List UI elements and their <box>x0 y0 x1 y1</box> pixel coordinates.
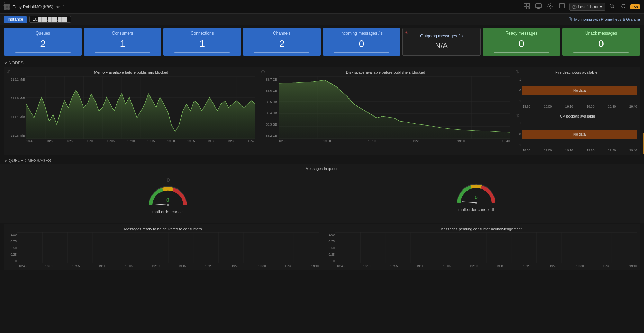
gauge-label-1: mall.order.cancel <box>152 210 184 214</box>
stat-card-incoming: Incoming messages / s 0 <box>323 28 400 56</box>
ready-x-5: 19:10 <box>152 264 160 268</box>
disk-x-0: 18:50 <box>279 139 287 143</box>
tcp-x-2: 19:10 <box>565 149 573 152</box>
queued-section-header[interactable]: ∨ QUEUED MESSAGES <box>0 156 644 164</box>
time-range-label: Last 1 hour <box>578 4 599 9</box>
memory-y-label-1: 111.6 MiB <box>11 96 25 100</box>
disk-y-5: 38.2 GB <box>266 134 277 137</box>
tv-icon[interactable] <box>534 2 543 12</box>
file-desc-info-icon[interactable]: ⓘ <box>516 70 519 74</box>
pending-y-0: 1.00 <box>328 233 335 237</box>
tcp-info-icon[interactable]: ⓘ <box>516 113 519 118</box>
ready-y-0: 1.00 <box>10 233 17 237</box>
ready-x-9: 19:30 <box>258 264 266 268</box>
nodes-label: NODES <box>9 61 24 65</box>
stat-value-connections: 1 <box>200 38 205 49</box>
share-icon[interactable]: ⤴ <box>63 4 65 9</box>
pending-x-11: 19:40 <box>629 264 637 268</box>
memory-info-icon[interactable]: ⓘ <box>7 70 10 74</box>
refresh-icon[interactable] <box>619 2 627 12</box>
disk-y-3: 38.4 GB <box>266 111 277 115</box>
fd-x-1: 19:00 <box>544 105 552 108</box>
monitoring-link[interactable]: Monitoring with Prometheus & Grafana <box>569 17 640 21</box>
svg-rect-1 <box>527 3 529 6</box>
memory-chart-title: Memory available before publishers block… <box>7 70 255 74</box>
stat-value-outgoing: N/A <box>435 41 448 50</box>
fd-y-1: 0 <box>519 89 521 92</box>
file-desc-chart-panel: ⓘ File descriptors available 1 0 -1 No d… <box>513 67 640 111</box>
disk-info-icon[interactable]: ⓘ <box>261 70 265 74</box>
tcp-x-1: 19:00 <box>544 149 552 152</box>
pending-x-8: 19:25 <box>550 264 557 268</box>
pending-info-icon[interactable]: ⓘ <box>3 2 6 7</box>
nodes-section-header[interactable]: ∨ NODES <box>0 58 644 66</box>
doc-icon <box>569 17 573 21</box>
nodes-charts-grid: ⓘ Memory available before publishers blo… <box>4 67 640 155</box>
stat-card-outgoing: Outgoing messages / s N/A <box>402 28 481 56</box>
ready-x-3: 19:00 <box>99 264 107 268</box>
memory-x-0: 18:45 <box>26 139 34 143</box>
pending-y-1: 0.75 <box>328 240 335 243</box>
gauge-row: ⓘ 0 mall.order.cancel <box>0 172 644 220</box>
pending-y-4: 0 <box>333 259 335 263</box>
stat-label-incoming: Incoming messages / s <box>340 31 383 36</box>
gauge-label-2: mall.order.cancel.ttl <box>458 207 494 212</box>
stat-card-connections: Connections 1 <box>163 28 241 56</box>
stat-underline-ready <box>494 52 549 53</box>
time-range-selector[interactable]: Last 1 hour ▾ <box>569 3 605 11</box>
stat-card-channels: Channels 2 <box>243 28 320 56</box>
settings-icon[interactable] <box>546 2 555 12</box>
svg-line-16 <box>613 7 614 8</box>
add-panel-icon[interactable] <box>522 2 531 12</box>
monitor-icon[interactable] <box>557 2 566 12</box>
disk-y-1: 38.6 GB <box>266 89 277 92</box>
stats-row: Queues 2 Consumers 1 Connections 1 Chann… <box>0 25 644 58</box>
stat-value-incoming: 0 <box>359 38 364 49</box>
stat-card-unack: Unack messages 0 <box>562 28 640 56</box>
tcp-chart-panel: ⓘ TCP sockets available 1 0 -1 No data 1… <box>513 111 640 155</box>
fd-x-4: 19:30 <box>608 105 616 108</box>
chevron-queued-icon: ∨ <box>4 158 7 163</box>
memory-x-6: 19:15 <box>147 139 155 143</box>
svg-point-9 <box>549 5 551 7</box>
ready-chart-title: Messages ready to be delivered to consum… <box>7 227 319 231</box>
disk-x-5: 19:40 <box>502 139 510 143</box>
tcp-y-2: -1 <box>518 143 521 147</box>
ready-x-1: 18:50 <box>45 264 53 268</box>
clock-icon <box>572 5 577 9</box>
memory-x-10: 19:35 <box>227 139 235 143</box>
queued-panel-title: Messages in queue <box>0 167 644 171</box>
tcp-x-3: 19:20 <box>587 149 595 152</box>
scrollbar-thumb[interactable] <box>643 133 644 154</box>
tcp-no-data: No data <box>522 130 637 139</box>
disk-chart-title: Disk space available before publishers b… <box>261 70 510 74</box>
pending-x-10: 19:35 <box>603 264 611 268</box>
fd-y-0: 1 <box>519 78 521 81</box>
fd-x-5: 19:40 <box>629 105 637 108</box>
star-icon[interactable]: ★ <box>56 4 60 9</box>
memory-x-5: 19:10 <box>127 139 135 143</box>
stat-underline-connections <box>174 52 230 53</box>
zoom-out-icon[interactable] <box>608 2 616 12</box>
svg-line-48 <box>154 204 168 205</box>
app-title: Easy RabbitMQ (K8S) <box>12 4 53 9</box>
instance-value[interactable]: 10.███.███.███ <box>29 16 71 23</box>
stat-label-unack: Unack messages <box>585 31 617 36</box>
fd-x-2: 19:10 <box>565 105 573 108</box>
ready-y-4: 0 <box>15 259 17 263</box>
instance-tab[interactable]: Instance <box>4 16 27 23</box>
svg-line-51 <box>462 202 476 203</box>
tcp-chart-title: TCP sockets available <box>516 114 637 118</box>
ready-chart-svg <box>17 232 319 263</box>
pending-x-2: 18:55 <box>390 264 398 268</box>
topbar: Easy RabbitMQ (K8S) ★ ⤴ Last 1 hour ▾ 15… <box>0 0 644 14</box>
memory-y-label-2: 111.1 MiB <box>11 115 25 119</box>
svg-text:0: 0 <box>166 197 169 203</box>
disk-x-3: 19:20 <box>412 139 420 143</box>
fd-no-data: No data <box>522 86 637 95</box>
refresh-rate-badge[interactable]: 15s <box>630 4 640 9</box>
instance-selector: Instance 10.███.███.███ <box>4 16 71 23</box>
ready-y-2: 0.50 <box>10 246 17 250</box>
gauge-info-icon-1[interactable]: ⓘ <box>166 178 170 183</box>
ready-y-1: 0.75 <box>10 240 17 243</box>
